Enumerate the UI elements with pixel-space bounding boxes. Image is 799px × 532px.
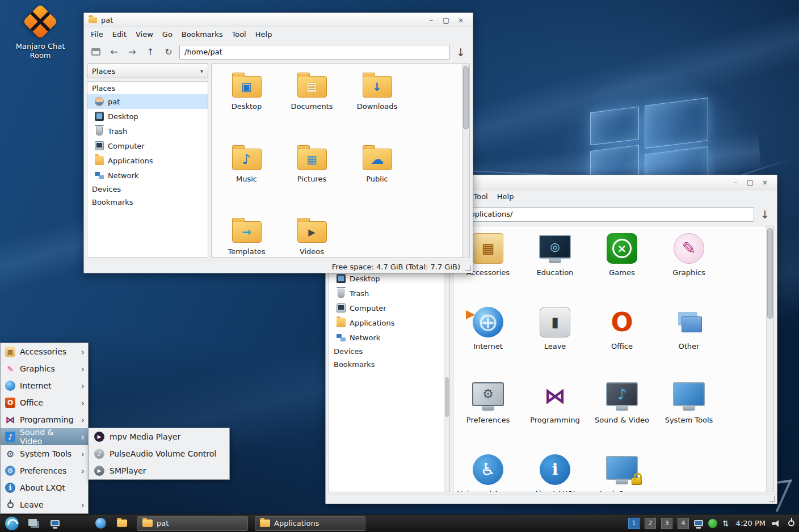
scrollbar[interactable] <box>766 226 773 492</box>
place-network[interactable]: Network <box>87 168 208 183</box>
minimize-button[interactable]: – <box>728 178 743 187</box>
folder-public[interactable]: ☁ Public <box>344 140 410 213</box>
menu-item-accessories[interactable]: ▦ Accessories › <box>1 343 88 360</box>
app-other[interactable]: Other <box>655 302 722 376</box>
app-sound-video[interactable]: ♪ Sound & Video <box>588 376 655 450</box>
folder-desktop[interactable]: ▣ Desktop <box>214 67 279 140</box>
app-internet[interactable]: ⊕ Internet <box>455 302 522 376</box>
submenu-item-smplayer[interactable]: ▶ SMPlayer <box>89 462 229 479</box>
titlebar[interactable]: pat – ▢ × <box>84 13 473 27</box>
scrollbar[interactable] <box>462 64 469 257</box>
app-education[interactable]: ◎ Education <box>522 229 588 302</box>
menu-item-office[interactable]: O Office › <box>1 394 88 411</box>
menu-item-system-tools[interactable]: ⚙ System Tools › <box>1 445 88 462</box>
workspace-4[interactable]: 4 <box>678 518 689 529</box>
folder-music[interactable]: ♪ Music <box>214 140 279 213</box>
places-section-bookmarks[interactable]: Bookmarks <box>329 358 449 371</box>
menu-help[interactable]: Help <box>251 28 277 40</box>
place-applications[interactable]: Applications <box>329 315 449 330</box>
place-computer[interactable]: Computer <box>87 138 208 153</box>
forward-button[interactable]: → <box>125 45 140 60</box>
task-button-applications[interactable]: Applications <box>255 516 365 531</box>
place-trash[interactable]: Trash <box>329 286 449 301</box>
sidebar-scrollbar[interactable] <box>444 244 449 492</box>
menu-edit[interactable]: Edit <box>108 28 131 40</box>
file-manager-launcher[interactable] <box>113 515 131 532</box>
app-leave[interactable]: ▮ Leave <box>522 302 588 376</box>
network-transfer-icon[interactable]: ⇅ <box>722 519 729 528</box>
workspace-1[interactable]: 1 <box>628 518 640 529</box>
submenu-item-pulseaudio[interactable]: ♪ PulseAudio Volume Control <box>89 445 229 462</box>
menu-help[interactable]: Help <box>493 191 519 202</box>
maximize-button[interactable]: ▢ <box>439 16 453 24</box>
app-system-tools[interactable]: System Tools <box>655 376 722 450</box>
menu-item-sound-video[interactable]: ♪ Sound & Video › <box>1 428 88 445</box>
folder-videos[interactable]: ▶ Videos <box>279 213 344 257</box>
menu-file[interactable]: File <box>86 28 108 40</box>
app-about-lxqt[interactable]: i About LXQt <box>522 450 588 492</box>
go-button[interactable]: ↓ <box>758 207 772 222</box>
show-desktop-button[interactable] <box>25 515 42 532</box>
browser-launcher[interactable] <box>92 515 109 532</box>
desktop-shortcut-manjaro-chat-room[interactable]: Manjaro Chat Room <box>10 5 70 61</box>
display-tray-icon[interactable] <box>694 520 703 526</box>
place-trash[interactable]: Trash <box>87 124 208 138</box>
close-button[interactable]: × <box>453 16 468 24</box>
menu-item-programming[interactable]: ⋈ Programming › <box>1 411 88 428</box>
menu-tool[interactable]: Tool <box>227 28 250 40</box>
app-games[interactable]: × Games <box>588 229 655 302</box>
place-network[interactable]: Network <box>329 330 449 345</box>
start-menu-button[interactable] <box>3 515 20 532</box>
place-desktop[interactable]: Desktop <box>87 109 208 124</box>
place-pat[interactable]: pat <box>87 94 208 109</box>
submenu-item-mpv[interactable]: ▶ mpv Media Player <box>89 428 229 445</box>
menu-item-internet[interactable]: Internet › <box>1 377 88 394</box>
place-computer[interactable]: Computer <box>329 301 449 315</box>
places-section-devices[interactable]: Devices <box>87 183 208 196</box>
folder-icon: ☁ <box>363 149 392 170</box>
new-window-button[interactable] <box>89 45 103 60</box>
go-button[interactable]: ↓ <box>453 45 468 60</box>
display-settings-launcher[interactable] <box>47 515 64 532</box>
scrollbar-thumb[interactable] <box>445 377 449 417</box>
menu-item-preferences[interactable]: ⚙ Preferences › <box>1 462 88 479</box>
folder-pictures[interactable]: ▦ Pictures <box>279 140 344 213</box>
volume-icon[interactable] <box>772 520 781 527</box>
resize-grip[interactable] <box>769 496 775 502</box>
maximize-button[interactable]: ▢ <box>743 178 758 187</box>
menu-item-leave[interactable]: Leave › <box>1 496 88 513</box>
places-section-devices[interactable]: Devices <box>329 345 449 358</box>
app-lock-screen[interactable]: Lock Screen <box>588 450 655 492</box>
back-button[interactable]: ← <box>107 45 121 60</box>
scrollbar-thumb[interactable] <box>463 66 469 129</box>
refresh-button[interactable]: ↻ <box>161 45 176 60</box>
path-input[interactable] <box>179 45 450 60</box>
workspace-2[interactable]: 2 <box>645 518 656 529</box>
place-applications[interactable]: Applications <box>87 153 208 168</box>
up-button[interactable]: ↑ <box>143 45 158 60</box>
task-button-pat[interactable]: pat <box>137 516 248 531</box>
folder-documents[interactable]: ▤ Documents <box>279 67 344 140</box>
menu-item-about-lxqt[interactable]: i About LXQt <box>1 479 88 496</box>
clock[interactable]: 4:20 PM <box>736 519 766 527</box>
folder-downloads[interactable]: ↓ Downloads <box>344 67 410 140</box>
app-universal-access[interactable]: ♿ Universal Access <box>455 450 522 492</box>
menu-go[interactable]: Go <box>158 28 177 40</box>
places-combo[interactable]: Places ▾ <box>87 64 208 78</box>
app-preferences[interactable]: ⚙ Preferences <box>455 376 522 450</box>
app-graphics[interactable]: ✎ Graphics <box>655 229 722 302</box>
close-button[interactable]: × <box>758 178 772 187</box>
minimize-button[interactable]: – <box>424 16 439 24</box>
power-icon[interactable] <box>788 520 794 526</box>
status-green-icon[interactable] <box>708 519 717 528</box>
menu-bookmarks[interactable]: Bookmarks <box>177 28 228 40</box>
places-section-bookmarks[interactable]: Bookmarks <box>87 196 208 209</box>
menu-item-graphics[interactable]: ✎ Graphics › <box>1 360 88 377</box>
folder-templates[interactable]: → Templates <box>214 213 279 257</box>
scrollbar-thumb[interactable] <box>767 228 773 319</box>
resize-grip[interactable] <box>465 265 471 271</box>
menu-view[interactable]: View <box>131 28 158 40</box>
app-office[interactable]: O Office <box>588 302 655 376</box>
workspace-3[interactable]: 3 <box>661 518 672 529</box>
app-programming[interactable]: ⋈ Programming <box>522 376 588 450</box>
